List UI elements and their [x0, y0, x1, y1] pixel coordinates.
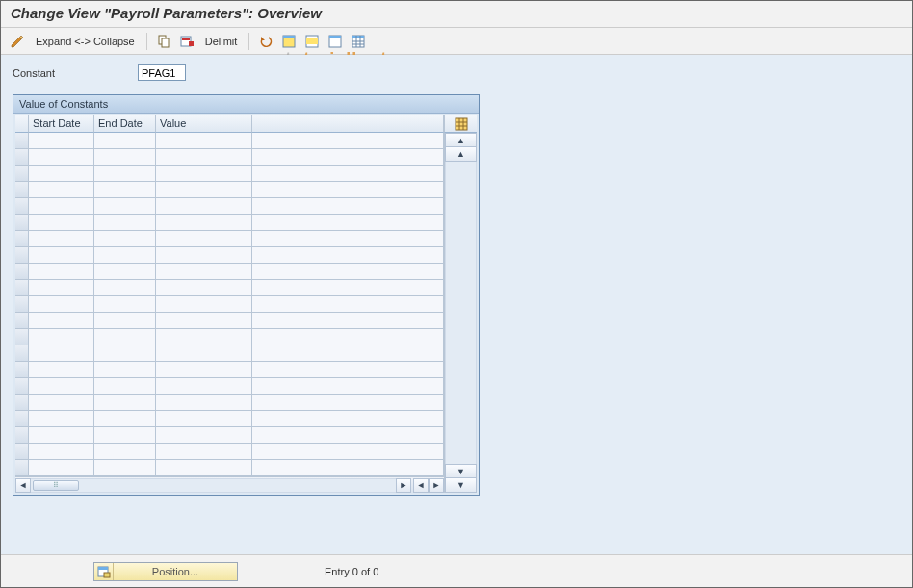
- cell-value[interactable]: [156, 166, 252, 182]
- table-row[interactable]: [15, 460, 444, 476]
- cell-value[interactable]: [156, 149, 252, 166]
- cell-end-date[interactable]: [94, 133, 156, 149]
- cell-value[interactable]: [156, 247, 252, 264]
- cell-value[interactable]: [156, 133, 252, 149]
- row-selector[interactable]: [15, 166, 29, 182]
- scroll-left-button[interactable]: ◄: [15, 478, 31, 493]
- position-button[interactable]: Position...: [93, 562, 238, 581]
- cell-start-date[interactable]: [29, 215, 94, 231]
- cell-value[interactable]: [156, 362, 252, 378]
- cell-value[interactable]: [156, 280, 252, 296]
- cell-end-date[interactable]: [94, 149, 156, 166]
- cell-end-date[interactable]: [94, 313, 156, 329]
- row-selector[interactable]: [15, 329, 29, 345]
- table-row[interactable]: [15, 444, 444, 460]
- cell-end-date[interactable]: [94, 427, 156, 444]
- row-selector[interactable]: [15, 264, 29, 280]
- cell-value[interactable]: [156, 411, 252, 427]
- table-row[interactable]: [15, 247, 444, 264]
- cell-value[interactable]: [156, 215, 252, 231]
- row-selector[interactable]: [15, 362, 29, 378]
- table-row[interactable]: [15, 182, 444, 198]
- table-row[interactable]: [15, 166, 444, 182]
- scroll-first-button[interactable]: ◄: [413, 478, 429, 493]
- table-row[interactable]: [15, 231, 444, 247]
- row-selector[interactable]: [15, 182, 29, 198]
- cell-value[interactable]: [156, 427, 252, 444]
- cell-start-date[interactable]: [29, 296, 94, 313]
- h-scroll-track[interactable]: ⠿: [31, 478, 396, 493]
- row-selector[interactable]: [15, 198, 29, 215]
- table-row[interactable]: [15, 378, 444, 395]
- table-row[interactable]: [15, 264, 444, 280]
- cell-end-date[interactable]: [94, 247, 156, 264]
- row-selector[interactable]: [15, 215, 29, 231]
- delete-button[interactable]: [176, 32, 197, 51]
- constants-table[interactable]: Start Date End Date Value ◄ ⠿ ► ◄ ►: [15, 115, 444, 493]
- scroll-last-button[interactable]: ►: [429, 478, 444, 493]
- row-selector[interactable]: [15, 280, 29, 296]
- cell-start-date[interactable]: [29, 247, 94, 264]
- table-row[interactable]: [15, 329, 444, 345]
- row-selector[interactable]: [15, 444, 29, 460]
- delimit-button[interactable]: Delimit: [199, 36, 244, 47]
- vertical-scrollbar[interactable]: ▲ ▲ ▼ ▼: [444, 133, 477, 493]
- scroll-page-down-button[interactable]: ▼: [445, 464, 477, 478]
- copy-as-button[interactable]: [153, 32, 174, 51]
- cell-end-date[interactable]: [94, 166, 156, 182]
- row-selector[interactable]: [15, 133, 29, 149]
- cell-start-date[interactable]: [29, 411, 94, 427]
- cell-end-date[interactable]: [94, 378, 156, 395]
- row-selector[interactable]: [15, 149, 29, 166]
- cell-value[interactable]: [156, 313, 252, 329]
- cell-value[interactable]: [156, 329, 252, 345]
- scroll-right-button[interactable]: ►: [396, 478, 411, 493]
- cell-end-date[interactable]: [94, 182, 156, 198]
- cell-start-date[interactable]: [29, 313, 94, 329]
- select-all-button[interactable]: [278, 32, 300, 51]
- col-header-end-date[interactable]: End Date: [94, 115, 156, 133]
- cell-end-date[interactable]: [94, 460, 156, 476]
- cell-start-date[interactable]: [29, 345, 94, 362]
- cell-value[interactable]: [156, 182, 252, 198]
- table-row[interactable]: [15, 362, 444, 378]
- cell-value[interactable]: [156, 345, 252, 362]
- row-selector[interactable]: [15, 296, 29, 313]
- row-selector[interactable]: [15, 427, 29, 444]
- table-row[interactable]: [15, 133, 444, 149]
- cell-start-date[interactable]: [29, 264, 94, 280]
- col-header-start-date[interactable]: Start Date: [29, 115, 94, 133]
- row-selector[interactable]: [15, 460, 29, 476]
- cell-end-date[interactable]: [94, 231, 156, 247]
- table-row[interactable]: [15, 198, 444, 215]
- h-scroll-thumb[interactable]: ⠿: [33, 480, 79, 491]
- scroll-up-button[interactable]: ▲: [445, 133, 477, 147]
- cell-end-date[interactable]: [94, 345, 156, 362]
- cell-end-date[interactable]: [94, 395, 156, 411]
- table-row[interactable]: [15, 345, 444, 362]
- v-scroll-track[interactable]: [445, 162, 477, 464]
- row-selector[interactable]: [15, 313, 29, 329]
- table-row[interactable]: [15, 280, 444, 296]
- table-row[interactable]: [15, 427, 444, 444]
- cell-start-date[interactable]: [29, 329, 94, 345]
- row-selector[interactable]: [15, 231, 29, 247]
- cell-value[interactable]: [156, 264, 252, 280]
- cell-end-date[interactable]: [94, 280, 156, 296]
- cell-end-date[interactable]: [94, 329, 156, 345]
- cell-end-date[interactable]: [94, 296, 156, 313]
- table-row[interactable]: [15, 149, 444, 166]
- cell-start-date[interactable]: [29, 198, 94, 215]
- table-row[interactable]: [15, 313, 444, 329]
- cell-value[interactable]: [156, 378, 252, 395]
- cell-start-date[interactable]: [29, 280, 94, 296]
- cell-start-date[interactable]: [29, 182, 94, 198]
- cell-end-date[interactable]: [94, 362, 156, 378]
- constant-input[interactable]: [138, 64, 186, 81]
- table-row[interactable]: [15, 215, 444, 231]
- scroll-down-button[interactable]: ▼: [445, 478, 477, 493]
- row-selector[interactable]: [15, 345, 29, 362]
- cell-end-date[interactable]: [94, 198, 156, 215]
- col-header-value[interactable]: Value: [156, 115, 252, 133]
- cell-end-date[interactable]: [94, 444, 156, 460]
